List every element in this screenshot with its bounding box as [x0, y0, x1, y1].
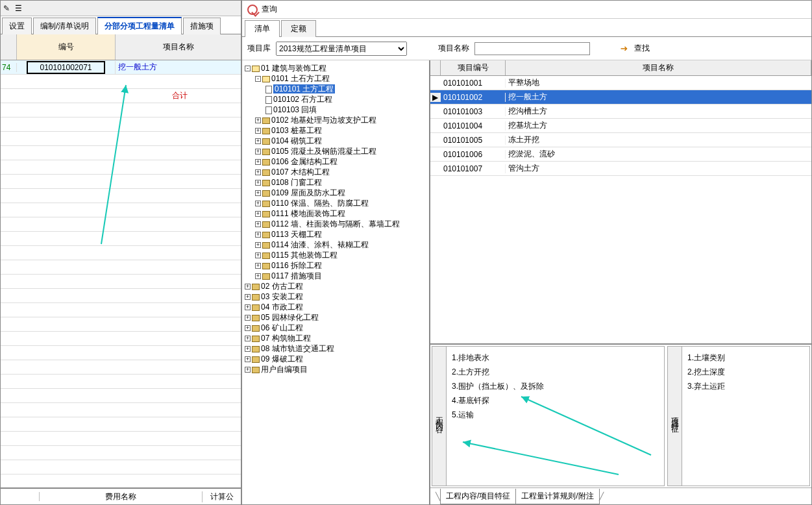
tree-node[interactable]: +0108 门窗工程: [255, 177, 428, 188]
tree-node[interactable]: -01 建筑与装饰工程: [245, 63, 428, 73]
result-row[interactable]: 010101001平整场地: [430, 76, 811, 90]
window-title: 查询: [262, 4, 277, 15]
result-row[interactable]: 010101003挖沟槽土方: [430, 105, 811, 119]
work-content-panel: 工程内容 1.排地表水2.土方开挖3.围护（挡土板）、及拆除4.基底钎探5.运输: [432, 346, 665, 486]
query-tabbar: 清单 定额: [242, 19, 811, 37]
features-panel: 项目特征 1.土壤类别2.挖土深度3.弃土运距: [667, 346, 810, 486]
boq-row[interactable]: 74 010101002071 挖一般土方: [1, 60, 241, 75]
left-tabbar: 设置 编制/清单说明 分部分项工程量清单 措施项: [1, 16, 241, 34]
tree-node[interactable]: +02 仿古工程: [245, 281, 428, 291]
col-code[interactable]: 编号: [17, 34, 116, 60]
tree-node[interactable]: +用户自编项目: [245, 364, 428, 375]
toolbar-icon[interactable]: ☰: [15, 4, 24, 13]
results-grid[interactable]: 项目编号 项目名称 010101001平整场地▶010101002挖一般土方01…: [430, 60, 811, 345]
tree-node[interactable]: +0112 墙、柱面装饰与隔断、幕墙工程: [255, 219, 428, 229]
tree-node[interactable]: -0101 土石方工程: [255, 73, 428, 84]
result-row[interactable]: 010101007管沟土方: [430, 162, 811, 176]
work-content-item: 5.运输: [452, 408, 659, 422]
tree-node[interactable]: +08 城市轨道交通工程: [245, 343, 428, 354]
result-row[interactable]: 010101006挖淤泥、流砂: [430, 147, 811, 162]
result-row[interactable]: 010101004挖基坑土方: [430, 119, 811, 133]
work-content-item: 4.基底钎探: [452, 393, 659, 408]
row-code[interactable]: 010101002071: [27, 61, 105, 74]
tree-node[interactable]: +0103 桩基工程: [255, 125, 428, 136]
tree-node[interactable]: +0110 保温、隔热、防腐工程: [255, 198, 428, 208]
row-name[interactable]: 挖一般土方: [116, 62, 241, 73]
tree-node[interactable]: +05 园林绿化工程: [245, 312, 428, 323]
tree-node[interactable]: +0109 屋面及防水工程: [255, 188, 428, 198]
tab-measures[interactable]: 措施项: [183, 18, 221, 34]
boq-grid: 编号 项目名称 74 010101002071 挖一般土方 合计: [1, 34, 241, 487]
tree-node[interactable]: +04 市政工程: [245, 302, 428, 312]
tree-node[interactable]: +0111 楼地面装饰工程: [255, 208, 428, 219]
hand-point-icon: [620, 44, 632, 53]
tree-node[interactable]: +0105 混凝土及钢筋混凝土工程: [255, 146, 428, 156]
tree-node[interactable]: 010101 土方工程: [265, 84, 428, 94]
col-item-code[interactable]: 项目编号: [441, 60, 506, 75]
filter-bar: 项目库 2013规范工程量清单项目 项目名称 查找: [242, 37, 811, 60]
tree-node[interactable]: +0115 其他装饰工程: [255, 250, 428, 260]
result-row[interactable]: 010101005冻土开挖: [430, 133, 811, 147]
tab-boq[interactable]: 分部分项工程量清单: [97, 17, 182, 34]
tab-notes[interactable]: 编制/清单说明: [33, 18, 96, 34]
tree-node[interactable]: +0104 砌筑工程: [255, 136, 428, 146]
find-button[interactable]: 查找: [620, 43, 650, 54]
tree-node[interactable]: +0117 措施项目: [255, 271, 428, 281]
tree-node[interactable]: +0107 木结构工程: [255, 167, 428, 177]
tab-list[interactable]: 清单: [245, 20, 280, 37]
toolbar-icon[interactable]: ✎: [3, 4, 12, 13]
tree-node[interactable]: +0114 油漆、涂料、裱糊工程: [255, 240, 428, 250]
left-toolbar: ✎ ☰: [1, 1, 241, 16]
name-label: 项目名称: [438, 43, 469, 54]
window-title-bar: 查询: [242, 1, 811, 19]
col-item-name[interactable]: 项目名称: [506, 60, 811, 75]
footer-label: 费用名称: [40, 491, 202, 502]
row-index: 74: [1, 63, 17, 72]
work-content-item: 1.排地表水: [452, 351, 659, 365]
tree-node[interactable]: +0102 地基处理与边坡支护工程: [255, 115, 428, 125]
work-content-header: 工程内容: [432, 347, 447, 486]
feature-item: 3.弃土运距: [687, 379, 804, 393]
tree-node[interactable]: +06 矿山工程: [245, 323, 428, 333]
lib-label: 项目库: [247, 43, 271, 54]
tree-node[interactable]: +03 安装工程: [245, 291, 428, 302]
totals-row: 合计: [1, 89, 241, 103]
app-icon: [247, 5, 258, 15]
result-row[interactable]: ▶010101002挖一般土方: [430, 90, 811, 105]
feature-item: 2.挖土深度: [687, 365, 804, 379]
tree-node[interactable]: +0116 拆除工程: [255, 260, 428, 271]
col-name[interactable]: 项目名称: [116, 34, 241, 60]
tab-quota[interactable]: 定额: [281, 20, 316, 37]
tree-node[interactable]: +0113 天棚工程: [255, 229, 428, 240]
tree-node[interactable]: +07 构筑物工程: [245, 333, 428, 343]
tree-node[interactable]: 010103 回填: [265, 105, 428, 115]
btab-content[interactable]: 工程内容/项目特征: [440, 489, 516, 504]
bottom-tabbar: ╲ 工程内容/项目特征 工程量计算规则/附注 ╱: [430, 487, 811, 504]
features-header: 项目特征: [668, 347, 682, 486]
work-content-item: 3.围护（挡土板）、及拆除: [452, 379, 659, 393]
tab-settings[interactable]: 设置: [2, 18, 32, 34]
btab-rules[interactable]: 工程量计算规则/附注: [515, 489, 599, 504]
tree-node[interactable]: +0106 金属结构工程: [255, 156, 428, 167]
footer-calc: 计算公: [202, 491, 241, 502]
tree-node[interactable]: +09 爆破工程: [245, 354, 428, 364]
name-input[interactable]: [474, 42, 590, 55]
tree-node[interactable]: 010102 石方工程: [265, 94, 428, 105]
work-content-item: 2.土方开挖: [452, 365, 659, 379]
category-tree[interactable]: -01 建筑与装饰工程-0101 土石方工程010101 土方工程010102 …: [242, 60, 430, 504]
lib-select[interactable]: 2013规范工程量清单项目: [276, 42, 407, 56]
feature-item: 1.土壤类别: [687, 351, 804, 365]
